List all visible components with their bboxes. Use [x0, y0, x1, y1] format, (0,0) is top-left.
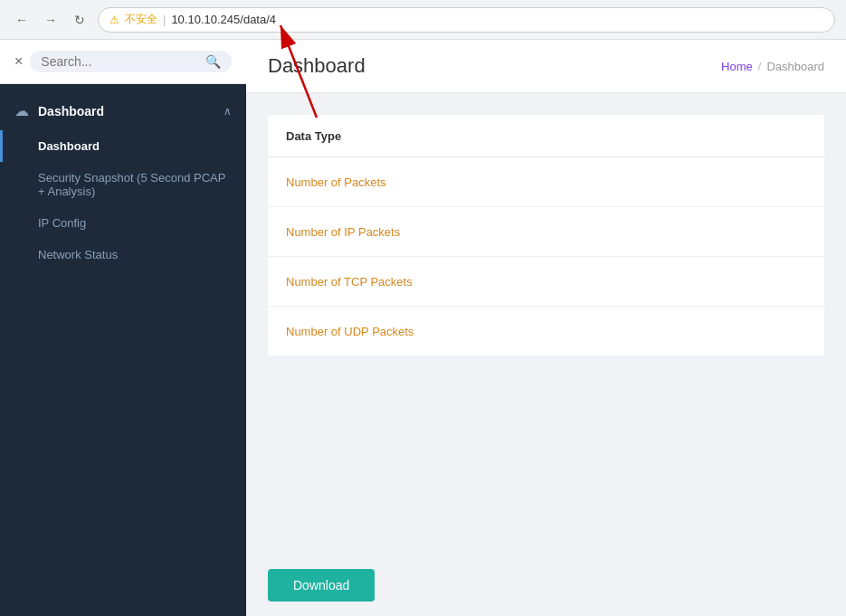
search-icon: 🔍 — [205, 54, 221, 69]
insecure-label: 不安全 — [125, 12, 157, 27]
data-label-tcp-packets: Number of TCP Packets — [286, 275, 413, 289]
sidebar-item-dashboard[interactable]: Dashboard — [0, 130, 246, 162]
back-button[interactable]: ← — [11, 9, 33, 31]
sidebar-search-bar: × 🔍 — [0, 40, 246, 84]
breadcrumb: Home / Dashboard — [721, 60, 824, 73]
forward-button[interactable]: → — [40, 9, 62, 31]
dashboard-section-icon: ☁ — [14, 102, 29, 119]
app-layout: × 🔍 ☁ Dashboard ∧ Dashboard Security Sna… — [0, 40, 846, 616]
sidebar-item-ip-config[interactable]: IP Config — [0, 207, 246, 239]
table-row: Number of UDP Packets — [268, 307, 824, 355]
breadcrumb-separator: / — [758, 60, 762, 73]
content-area: Data Type Number of Packets Number of IP… — [246, 93, 846, 554]
reload-button[interactable]: ↻ — [69, 9, 90, 31]
column-header-data-type: Data Type — [286, 129, 341, 143]
main-content: Dashboard Home / Dashboard Data Type Num — [246, 40, 846, 616]
chevron-up-icon: ∧ — [223, 105, 232, 118]
search-wrapper: 🔍 — [30, 51, 232, 72]
sidebar: × 🔍 ☁ Dashboard ∧ Dashboard Security Sna… — [0, 40, 246, 616]
close-search-button[interactable]: × — [14, 54, 23, 69]
breadcrumb-home-link[interactable]: Home — [721, 60, 753, 73]
sidebar-item-security-snapshot[interactable]: Security Snapshot (5 Second PCAP + Analy… — [0, 162, 246, 207]
address-bar[interactable]: ⚠ 不安全 | 10.10.10.245/data/4 — [98, 7, 835, 33]
breadcrumb-current: Dashboard — [766, 60, 824, 73]
table-row: Number of Packets — [268, 157, 824, 207]
sidebar-item-network-status[interactable]: Network Status — [0, 239, 246, 270]
data-table: Data Type Number of Packets Number of IP… — [268, 115, 824, 355]
dashboard-section-title: Dashboard — [38, 104, 104, 118]
action-area: Download — [246, 554, 846, 616]
data-label-udp-packets: Number of UDP Packets — [286, 325, 413, 338]
dashboard-section-header[interactable]: ☁ Dashboard ∧ — [0, 91, 246, 130]
table-row: Number of IP Packets — [268, 207, 824, 257]
address-text: 10.10.10.245/data/4 — [171, 13, 276, 26]
sidebar-nav: ☁ Dashboard ∧ Dashboard Security Snapsho… — [0, 84, 246, 616]
browser-chrome: ← → ↻ ⚠ 不安全 | 10.10.10.245/data/4 — [0, 0, 846, 40]
table-header: Data Type — [268, 115, 824, 157]
data-label-ip-packets: Number of IP Packets — [286, 225, 400, 239]
table-row: Number of TCP Packets — [268, 257, 824, 307]
warning-icon: ⚠ — [109, 14, 119, 26]
page-title: Dashboard — [268, 54, 366, 78]
download-button[interactable]: Download — [268, 569, 375, 602]
page-header: Dashboard Home / Dashboard — [246, 40, 846, 93]
data-label-packets: Number of Packets — [286, 175, 386, 189]
search-input[interactable] — [41, 54, 200, 69]
